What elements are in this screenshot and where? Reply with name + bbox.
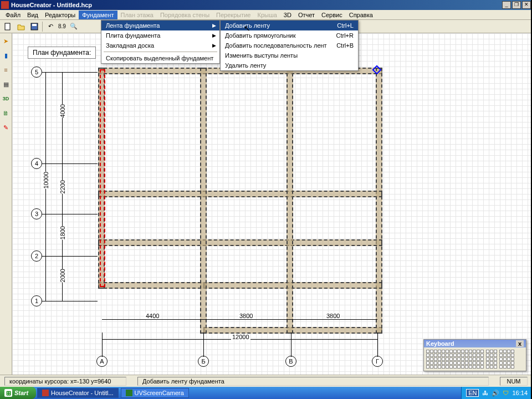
axis-bubble-4: 4 [31,158,42,169]
menu-copy-selected[interactable]: Скопировать выделенный фундамент [101,53,219,63]
keyboard-floating-window[interactable]: Keyboard x [423,339,526,371]
tray-shield-icon[interactable]: 🛡 [503,390,509,396]
app-icon [1,1,9,9]
keyboard-numpad-block [499,350,514,369]
submenu-add-seq[interactable]: Добавить последовательность лент Ctrl+B [221,40,358,50]
zoom-button[interactable]: 🔍 [68,21,79,32]
axis-bubble-3: 3 [31,208,42,219]
tray-lang[interactable]: EN [466,389,479,397]
submenu-add-seq-shortcut: Ctrl+B [336,42,354,49]
menu-file[interactable]: Файл [2,11,24,19]
menu-3d[interactable]: 3D [280,11,295,19]
submenu-add-rect-label: Добавить прямоугольник [225,32,295,39]
keyboard-title-label: Keyboard [426,340,454,347]
axis-bubble-b: Б [198,356,209,367]
dim-4000: 4000 [58,104,67,117]
system-tray[interactable]: EN 🖧 🔊 🛡 16:14 [461,387,532,399]
menu-bar: Файл Вид Редакторы Фундамент План этажа … [0,10,532,20]
save-file-button[interactable] [29,21,40,32]
taskbar-app-uvscreencamera[interactable]: UVScreenCamera [121,388,189,398]
wall-tool-icon[interactable]: ▦ [1,79,12,90]
menu-slab[interactable]: Перекрытие [213,11,254,19]
strip-submenu: Добавить ленту Ctrl+L Добавить прямоугол… [220,20,359,71]
dim-12000: 12000 [231,334,250,340]
taskbar-app-housecreator[interactable]: HouseCreator - Untitl... [37,388,118,398]
app-icon-small [42,390,49,396]
menu-floorplan[interactable]: План этажа [117,11,157,19]
keyboard-close-button[interactable]: x [516,340,524,347]
axis-bubble-a: А [96,356,108,367]
svg-rect-2 [32,24,37,26]
keyboard-body [424,347,526,371]
status-coords: координаты курсора: х=-130 y=9640 [4,377,126,386]
layers-tool-icon[interactable]: ≡ [1,64,12,75]
axis-bubble-5: 5 [31,66,42,78]
minimize-button[interactable]: _ [502,1,511,9]
scale-label: 8.9 [58,23,66,29]
dim-1800: 1800 [58,226,67,239]
submenu-delete-strip-label: Удалить ленту [225,62,266,69]
dim-4400: 4400 [145,313,160,319]
report-tool-icon[interactable]: 🗎 [1,108,12,119]
submenu-edit-ledges-label: Изменить выступы ленты [225,52,298,59]
pencil-tool-icon[interactable]: ✎ [1,122,12,133]
axis-bubble-d: Г [372,356,383,367]
submenu-add-strip-label: Добавить ленту [225,22,270,29]
keyboard-main-block [426,350,484,369]
menu-slab-foundation[interactable]: Плита фундамента▶ [101,30,219,40]
menu-foundation[interactable]: Фундамент [79,11,117,19]
tray-volume-icon[interactable]: 🔊 [492,390,499,397]
submenu-add-rect[interactable]: Добавить прямоугольник Ctrl+R [221,30,358,40]
menu-wallorder[interactable]: Порядовка стены [157,11,213,19]
keyboard-nav-block [486,350,497,369]
menu-editors[interactable]: Редакторы [42,11,79,19]
open-file-button[interactable] [16,21,27,32]
axis-bubble-2: 2 [31,250,42,262]
edit-tool-icon[interactable]: ▮ [1,50,12,61]
submenu-add-strip[interactable]: Добавить ленту Ctrl+L [221,21,358,30]
dim-3800a: 3800 [238,313,254,319]
dim-2200: 2200 [58,180,67,193]
menu-copy-selected-label: Скопировать выделенный фундамент [106,55,213,62]
windows-logo-icon: ⊞ [4,389,12,397]
menu-help[interactable]: Справка [346,11,376,19]
arrow-tool-icon[interactable]: ➤ [1,35,12,47]
tray-network-icon[interactable]: 🖧 [482,390,488,396]
foundation-dropdown: Лента фундамента▶ Плита фундамента▶ Закл… [101,20,220,64]
dim-2000: 2000 [58,269,67,282]
restore-button[interactable]: ❐ [512,1,521,9]
new-file-button[interactable] [2,21,13,32]
menu-view[interactable]: Вид [24,11,42,19]
taskbar-app2-label: UVScreenCamera [135,390,184,396]
menu-slab-foundation-label: Плита фундамента [106,32,160,39]
grid-background [12,33,532,375]
3d-tool-icon[interactable]: 3D [1,93,12,104]
undo-button[interactable]: ↶ [45,21,56,32]
menu-roof[interactable]: Крыша [254,11,280,19]
menu-strip-foundation[interactable]: Лента фундамента▶ [101,21,219,30]
taskbar: ⊞ Start HouseCreator - Untitl... UVScree… [0,387,532,399]
menu-report[interactable]: Отчет [295,11,318,19]
window-title: HouseCreator - Untitled.hcp [11,2,502,8]
side-toolbar: ➤ ▮ ≡ ▦ 3D 🗎 ✎ [0,33,12,375]
dim-3800b: 3800 [325,313,341,319]
status-num: NUM [500,377,528,386]
keyboard-title-bar[interactable]: Keyboard x [424,340,526,347]
title-bar: HouseCreator - Untitled.hcp _ ❐ ✕ [0,0,532,10]
menu-service[interactable]: Сервис [318,11,346,19]
menu-mortgage-board-label: Закладная доска [106,42,154,49]
start-label: Start [14,390,28,396]
submenu-edit-ledges[interactable]: Изменить выступы ленты [221,50,358,60]
tray-clock[interactable]: 16:14 [512,390,528,396]
status-action: Добавить ленту фундамента [137,377,489,386]
menu-strip-foundation-label: Лента фундамента [106,22,160,29]
menu-mortgage-board[interactable]: Закладная доска▶ [101,40,219,50]
submenu-add-strip-shortcut: Ctrl+L [337,22,354,29]
start-button[interactable]: ⊞ Start [0,387,36,399]
status-bar: координаты курсора: х=-130 y=9640 Добави… [0,375,532,387]
close-button[interactable]: ✕ [522,1,531,9]
submenu-delete-strip[interactable]: Удалить ленту [221,60,358,70]
axis-bubble-1: 1 [31,295,42,306]
taskbar-app1-label: HouseCreator - Untitl... [51,390,113,396]
canvas-area[interactable]: 5 4 3 2 1 А Б В Г 4000 2200 1800 2000 10… [12,33,532,375]
